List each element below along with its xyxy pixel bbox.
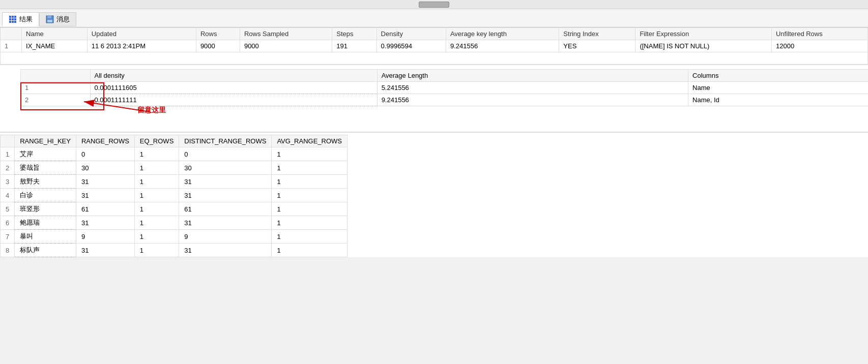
density-row-1-num: 1 bbox=[21, 82, 91, 94]
bottom-header-row: RANGE_HI_KEY RANGE_ROWS EQ_ROWS DISTINCT… bbox=[1, 135, 348, 147]
bottom-table: RANGE_HI_KEY RANGE_ROWS EQ_ROWS DISTINCT… bbox=[0, 135, 348, 257]
bottom-row-5-avg-range-rows: 1 bbox=[272, 202, 348, 216]
bottom-row-1-range-rows: 0 bbox=[76, 147, 134, 161]
stats-row-1-unfiltered: 12000 bbox=[771, 40, 867, 52]
stats-row-1-updated: 11 6 2013 2:41PM bbox=[87, 40, 196, 52]
svg-rect-1 bbox=[47, 16, 51, 18]
bottom-col-num-header bbox=[1, 135, 15, 147]
density-col-alldensity-header: All density bbox=[90, 70, 377, 82]
density-col-avglength-header: Average Length bbox=[377, 70, 688, 82]
save-icon bbox=[46, 15, 54, 23]
bottom-row-1-avg-range-rows: 1 bbox=[272, 147, 348, 161]
bottom-row-3: 3敖野夫311311 bbox=[1, 175, 348, 189]
col-avg-key-header: Average key length bbox=[446, 28, 559, 40]
stats-row-1-avg-key: 9.241556 bbox=[446, 40, 559, 52]
bottom-row-5-distinct-range-rows: 61 bbox=[179, 202, 272, 216]
density-col-columns-header: Columns bbox=[688, 70, 868, 82]
stats-table: Name Updated Rows Rows Sampled Steps Den… bbox=[0, 27, 868, 65]
annotation-text: 留意这里 bbox=[137, 106, 166, 129]
bottom-row-1: 1艾岸0101 bbox=[1, 147, 348, 161]
bottom-row-8-distinct-range-rows: 31 bbox=[179, 244, 272, 257]
bottom-row-3-num: 3 bbox=[1, 175, 15, 189]
bottom-row-5-range-rows: 61 bbox=[76, 202, 134, 216]
bottom-col-eq-rows-header: EQ_ROWS bbox=[134, 135, 179, 147]
density-row-1: 1 0.0001111605 5.241556 Name bbox=[21, 82, 869, 94]
density-col-num-header bbox=[21, 70, 91, 82]
bottom-row-4-num: 4 bbox=[1, 189, 15, 202]
density-row-2-columns: Name, Id bbox=[688, 94, 868, 106]
bottom-row-4-avg-range-rows: 1 bbox=[272, 189, 348, 202]
tab-messages[interactable]: 消息 bbox=[39, 12, 76, 26]
bottom-row-2-range-rows: 30 bbox=[76, 161, 134, 175]
density-row-1-columns: Name bbox=[688, 82, 868, 94]
tab-messages-label: 消息 bbox=[56, 15, 70, 24]
bottom-row-5-num: 5 bbox=[1, 202, 15, 216]
bottom-row-2-distinct-range-rows: 30 bbox=[179, 161, 272, 175]
bottom-row-4-eq-rows: 1 bbox=[134, 189, 179, 202]
bottom-row-3-eq-rows: 1 bbox=[134, 175, 179, 189]
bottom-row-8-eq-rows: 1 bbox=[134, 244, 179, 257]
stats-row-1-rows: 9000 bbox=[196, 40, 240, 52]
tab-results-label: 结果 bbox=[19, 15, 33, 24]
bottom-row-4-distinct-range-rows: 31 bbox=[179, 189, 272, 202]
bottom-row-2-avg-range-rows: 1 bbox=[272, 161, 348, 175]
bottom-row-8: 8标队声311311 bbox=[1, 244, 348, 257]
stats-row-1: 1 IX_NAME 11 6 2013 2:41PM 9000 9000 191… bbox=[1, 40, 868, 52]
bottom-col-range-rows-header: RANGE_ROWS bbox=[76, 135, 134, 147]
density-header-row: All density Average Length Columns bbox=[21, 70, 869, 82]
density-row-2-num: 2 bbox=[21, 94, 91, 106]
svg-rect-2 bbox=[47, 20, 52, 22]
horizontal-scrollbar[interactable] bbox=[0, 0, 868, 9]
bottom-row-6-eq-rows: 1 bbox=[134, 216, 179, 230]
main-content: Name Updated Rows Rows Sampled Steps Den… bbox=[0, 27, 868, 257]
col-rows-sampled-header: Rows Sampled bbox=[240, 28, 332, 40]
bottom-row-6-avg-range-rows: 1 bbox=[272, 216, 348, 230]
col-string-index-header: String Index bbox=[559, 28, 635, 40]
stats-row-1-steps: 191 bbox=[332, 40, 377, 52]
bottom-row-3-avg-range-rows: 1 bbox=[272, 175, 348, 189]
col-name-header: Name bbox=[22, 28, 88, 40]
bottom-row-4-range-rows: 31 bbox=[76, 189, 134, 202]
density-row-2: 2 0.0001111111 9.241556 Name, Id bbox=[21, 94, 869, 106]
density-row-1-avg-length: 5.241556 bbox=[377, 82, 688, 94]
bottom-row-7-avg-range-rows: 1 bbox=[272, 230, 348, 244]
stats-row-1-rows-sampled: 9000 bbox=[240, 40, 332, 52]
bottom-col-distinct-range-rows-header: DISTINCT_RANGE_ROWS bbox=[179, 135, 272, 147]
col-updated-header: Updated bbox=[87, 28, 196, 40]
bottom-row-7-distinct-range-rows: 9 bbox=[179, 230, 272, 244]
bottom-row-7-range-hi-key: 暴叫 bbox=[15, 230, 76, 244]
bottom-row-2: 2婆哉旨301301 bbox=[1, 161, 348, 175]
col-unfiltered-rows-header: Unfiltered Rows bbox=[771, 28, 867, 40]
tab-results[interactable]: 结果 bbox=[2, 12, 39, 26]
grid-icon bbox=[9, 15, 17, 23]
bottom-row-7-num: 7 bbox=[1, 230, 15, 244]
bottom-row-3-range-rows: 31 bbox=[76, 175, 134, 189]
density-row-2-avg-length: 9.241556 bbox=[377, 94, 688, 106]
bottom-row-8-num: 8 bbox=[1, 244, 15, 257]
bottom-row-2-range-hi-key: 婆哉旨 bbox=[15, 161, 76, 175]
bottom-row-5: 5班竖形611611 bbox=[1, 202, 348, 216]
bottom-row-2-num: 2 bbox=[1, 161, 15, 175]
col-rows-header: Rows bbox=[196, 28, 240, 40]
col-density-header: Density bbox=[377, 28, 446, 40]
scrollbar-thumb[interactable] bbox=[419, 2, 449, 8]
bottom-row-6-range-rows: 31 bbox=[76, 216, 134, 230]
bottom-row-6-num: 6 bbox=[1, 216, 15, 230]
density-row-2-all-density: 0.0001111111 bbox=[90, 94, 377, 106]
bottom-row-1-eq-rows: 1 bbox=[134, 147, 179, 161]
bottom-row-8-range-rows: 31 bbox=[76, 244, 134, 257]
col-num-header bbox=[1, 28, 22, 40]
stats-empty-row bbox=[1, 52, 868, 65]
bottom-row-1-num: 1 bbox=[1, 147, 15, 161]
bottom-row-2-eq-rows: 1 bbox=[134, 161, 179, 175]
bottom-row-3-distinct-range-rows: 31 bbox=[179, 175, 272, 189]
bottom-section: RANGE_HI_KEY RANGE_ROWS EQ_ROWS DISTINCT… bbox=[0, 135, 868, 257]
bottom-row-1-range-hi-key: 艾岸 bbox=[15, 147, 76, 161]
bottom-row-4: 4白诊311311 bbox=[1, 189, 348, 202]
bottom-row-6-range-hi-key: 鲍愿瑞 bbox=[15, 216, 76, 230]
bottom-col-range-hi-key-header: RANGE_HI_KEY bbox=[15, 135, 76, 147]
stats-row-1-string-index: YES bbox=[559, 40, 635, 52]
stats-header-row: Name Updated Rows Rows Sampled Steps Den… bbox=[1, 28, 868, 40]
stats-section: Name Updated Rows Rows Sampled Steps Den… bbox=[0, 27, 868, 65]
bottom-row-4-range-hi-key: 白诊 bbox=[15, 189, 76, 202]
